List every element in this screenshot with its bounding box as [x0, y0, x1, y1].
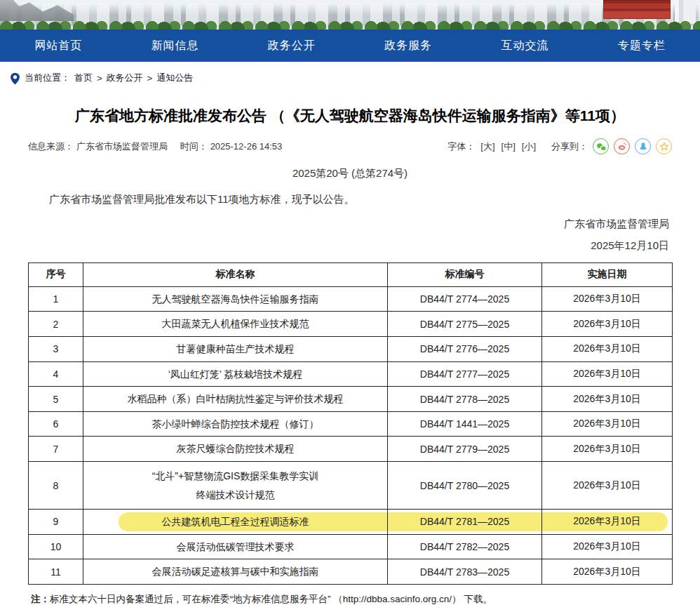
font-size-label: 字体：	[447, 140, 475, 153]
standards-table: 序号 标准名称 标准编号 实施日期 1 无人驾驶航空器海岛快件运输服务指南 DB…	[28, 262, 673, 585]
footnote-text: 标准文本六十日内备案通过后，可在标准委“地方标准信息服务平台” （http://…	[50, 594, 492, 604]
nav-item-home[interactable]: 网站首页	[0, 29, 116, 62]
document-number: 2025第20号 (总第274号)	[0, 167, 700, 180]
page-title: 广东省地方标准批准发布公告 （《无人驾驶航空器海岛快件运输服务指南》等11项）	[34, 105, 666, 126]
banner-red-pavilion	[603, 0, 671, 19]
issue-date: 2025年12月10日	[0, 239, 669, 253]
qq-share-icon[interactable]	[635, 138, 651, 154]
time-label: 时间：	[180, 141, 208, 152]
issuer: 广东省市场监督管理局	[0, 218, 669, 231]
font-large-button[interactable]: [大]	[480, 140, 494, 153]
main-nav: 网站首页 新闻信息 政务公开 政务服务 互动交流 专题专栏	[0, 29, 700, 62]
breadcrumb-home[interactable]: 首页	[74, 72, 93, 84]
location-pin-icon	[10, 72, 20, 84]
article-tools: 字体： [大] [中] [小] 分享到：	[447, 138, 672, 154]
breadcrumb: 当前位置： 首页 > 政务公开 > 通知公告	[0, 62, 700, 91]
font-small-button[interactable]: [小]	[522, 140, 536, 153]
wechat-share-icon[interactable]	[593, 138, 609, 154]
table-row: 5 水稻品种（系）白叶枯病抗性鉴定与评价技术规程 DB44/T 2778—202…	[29, 387, 673, 412]
table-row: 11 会展活动碳足迹核算与碳中和实施指南 DB44/T 2783—2025 20…	[29, 559, 673, 585]
table-row-highlighted: 9 公共建筑机电工程全过程调适标准 DB44/T 2781—2025 2026年…	[29, 510, 673, 535]
table-row: 6 茶小绿叶蝉综合防控技术规程（修订） DB44/T 1441—2025 202…	[29, 411, 673, 437]
breadcrumb-notices[interactable]: 通知公告	[156, 72, 193, 84]
nav-item-news[interactable]: 新闻信息	[116, 29, 233, 62]
table-row: 2 大田蔬菜无人机植保作业技术规范 DB44/T 2775—2025 2026年…	[29, 312, 673, 337]
breadcrumb-label: 当前位置：	[25, 72, 70, 84]
breadcrumb-separator: >	[97, 73, 102, 84]
table-row: 4 ‘凤山红灯笼’ 荔枝栽培技术规程 DB44/T 2777—2025 2026…	[29, 361, 673, 387]
font-medium-button[interactable]: [中]	[502, 140, 516, 153]
announcement-body: 广东省市场监督管理局批准发布以下11项地方标准，现予以公告。	[28, 192, 672, 208]
nav-item-interaction[interactable]: 互动交流	[466, 29, 583, 62]
site-banner	[0, 0, 700, 29]
table-row: 1 无人驾驶航空器海岛快件运输服务指南 DB44/T 2774—2025 202…	[29, 286, 673, 312]
header-code: 标准编号	[388, 262, 542, 286]
nav-item-topics[interactable]: 专题专栏	[584, 29, 700, 62]
source-label: 信息来源：	[28, 141, 74, 152]
nav-item-gov-service[interactable]: 政务服务	[350, 29, 466, 62]
table-row: 3 甘薯健康种苗生产技术规程 DB44/T 2776—2025 2026年3月1…	[29, 337, 673, 362]
nav-item-gov-open[interactable]: 政务公开	[234, 29, 350, 62]
table-row: 7 灰茶尺蠖综合防控技术规程 DB44/T 2779—2025 2026年3月1…	[29, 437, 673, 462]
header-name: 标准名称	[83, 262, 388, 286]
article-meta-bar: 信息来源：广东省市场监督管理局 时间：2025-12-26 14:53 字体： …	[28, 138, 672, 154]
favorite-star-icon[interactable]	[656, 138, 672, 154]
header-seq: 序号	[29, 262, 83, 286]
breadcrumb-separator: >	[147, 73, 153, 84]
table-header-row: 序号 标准名称 标准编号 实施日期	[29, 262, 673, 286]
table-row: 10 会展活动低碳管理技术要求 DB44/T 2782—2025 2026年3月…	[29, 534, 673, 559]
share-label: 分享到：	[551, 140, 588, 153]
banner-trees	[0, 19, 700, 29]
header-date: 实施日期	[542, 262, 673, 286]
article-source: 信息来源：广东省市场监督管理局 时间：2025-12-26 14:53	[28, 140, 285, 153]
table-row: 8 “北斗”+智慧物流GIS数据采集教学实训 终端技术设计规范 DB44/T 2…	[29, 462, 673, 510]
weibo-share-icon[interactable]	[614, 138, 630, 154]
breadcrumb-gov-open[interactable]: 政务公开	[107, 72, 143, 84]
source-value: 广东省市场监督管理局	[76, 141, 168, 152]
time-value: 2025-12-26 14:53	[210, 141, 283, 152]
footnote-label: 注：	[31, 594, 50, 604]
footnote: 注：标准文本六十日内备案通过后，可在标准委“地方标准信息服务平台” （http:…	[31, 593, 672, 605]
